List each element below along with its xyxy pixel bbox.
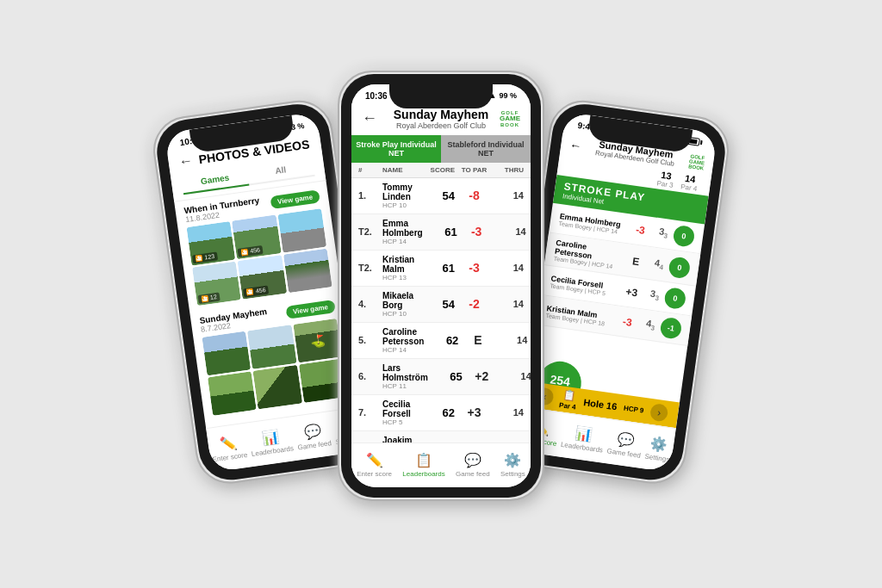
tab-stroke-play[interactable]: Stroke Play Individual NET (351, 135, 441, 163)
player-topar: -3 (455, 261, 494, 275)
player-name: Kristian Malm (382, 255, 420, 274)
score-circle: 0 (668, 255, 691, 278)
back-button-left[interactable]: ← (178, 152, 194, 170)
player-pos: 6. (358, 371, 382, 381)
player-name: Emma Holmberg (382, 219, 423, 238)
player-hcp: HCP 14 (382, 238, 423, 245)
nav-label: Leaderboards (251, 443, 294, 457)
nav-enter-score-center[interactable]: ✏️ Enter score (357, 452, 392, 478)
left-phone-screen: 10:36 93 % ← PHOTOS & VIDEOS (165, 111, 364, 472)
photo-thumb: ⛳ (293, 318, 342, 362)
view-game-btn-2[interactable]: View game (285, 300, 336, 319)
nav-settings-center[interactable]: ⚙️ Settings (500, 452, 525, 478)
score-topar: +3 (618, 284, 645, 300)
table-row: 5. Caroline PeterssonHCP 14 62 E 14 (351, 323, 531, 359)
score-circle: 0 (663, 287, 686, 310)
tab-stableford[interactable]: Stableford Individual NET (441, 135, 531, 163)
leaderboard-list: 1. Tommy LindenHCP 10 54 -8 14 T2. Emma … (351, 178, 531, 467)
player-score: 54 (420, 298, 455, 311)
player-name: Tommy Linden (382, 183, 420, 201)
player-thru: 14 (501, 371, 531, 381)
score-list: Emma Holmberg Team Bogey | HCP 14 -3 33 … (536, 202, 705, 345)
photo-grid-1: 🎦 123 🎦 456 🎦 12 (186, 208, 332, 306)
col-name: NAME (382, 166, 420, 174)
table-row: 4. Mikaela BorgHCP 10 54 -2 14 (351, 287, 531, 323)
center-game-title: Sunday Mayhem (362, 108, 520, 121)
phone-center: 10:36 ▲ 99 % ← Sunday Mayhem (338, 71, 544, 501)
player-hcp: HCP 5 (382, 418, 420, 426)
player-pos: T2. (358, 263, 382, 273)
enter-score-icon: ✏️ (366, 452, 383, 468)
nav-label: Game feed (297, 438, 332, 450)
player-hcp: HCP 14 (382, 346, 424, 354)
score-hole: 33 (652, 225, 674, 240)
nav-label: Game feed (606, 446, 641, 458)
nav-game-feed-right[interactable]: 💬 Game feed (606, 429, 643, 459)
player-score: 62 (424, 334, 458, 347)
leaderboards-icon: 📋 (415, 452, 432, 468)
score-circle: 0 (672, 224, 695, 247)
nav-label: Game feed (456, 470, 490, 478)
view-game-btn-1[interactable]: View game (270, 189, 320, 209)
settings-icon: ⚙️ (649, 434, 668, 453)
next-hole-button[interactable]: › (649, 402, 669, 422)
leaderboards-icon: 📊 (575, 424, 593, 443)
center-phone-screen: 10:36 ▲ 99 % ← Sunday Mayhem (351, 84, 531, 487)
notch-center (389, 84, 493, 108)
hole-bar-item-hcp: HCP 9 (624, 404, 644, 414)
back-button-center[interactable]: ← (362, 109, 377, 127)
score-hole: 43 (639, 317, 662, 332)
center-club: Royal Aberdeen Golf Club (362, 121, 520, 130)
col-score: SCORE (420, 166, 455, 174)
photo-thumb: 🎦 123 (186, 220, 235, 265)
leaderboard-tabs: Stroke Play Individual NET Stableford In… (351, 135, 531, 163)
player-name: Cecilia Forsell (382, 399, 420, 418)
tab-all[interactable]: All (246, 156, 314, 183)
leaderboards-icon: 📊 (261, 428, 280, 447)
photo-thumb (208, 371, 257, 416)
nav-leaderboards-center[interactable]: 📋 Leaderboards (402, 452, 444, 478)
photo-thumb (277, 208, 326, 253)
col-thru: THRU (494, 166, 524, 174)
player-score: 65 (428, 370, 463, 383)
photo-thumb (202, 331, 251, 375)
nav-enter-score-left[interactable]: ✏️ Enter score (209, 432, 248, 462)
score-topar: -3 (614, 314, 642, 330)
col-pos: # (358, 166, 382, 174)
logo-line3: BOOK (500, 122, 519, 127)
player-score: 61 (423, 226, 457, 238)
player-hcp: HCP 11 (382, 382, 428, 390)
back-button-right[interactable]: ← (568, 137, 582, 152)
photo-thumb: 🎦 456 (232, 214, 281, 259)
table-row: T2. Kristian MalmHCP 13 61 -3 14 (351, 251, 531, 287)
score-circle: -1 (659, 316, 682, 339)
player-pos: 4. (358, 299, 382, 309)
nav-leaderboards-right[interactable]: 📊 Leaderboards (560, 422, 606, 454)
nav-game-feed-left[interactable]: 💬 Game feed (295, 420, 332, 450)
player-topar: -3 (457, 225, 496, 238)
player-score: 62 (420, 406, 455, 419)
player-pos: 5. (358, 335, 382, 345)
score-hole: 33 (643, 288, 666, 303)
enter-score-icon: ✏️ (218, 433, 237, 452)
score-hole: 44 (648, 256, 670, 271)
center-header: ← Sunday Mayhem Royal Aberdeen Golf Club… (351, 104, 531, 135)
player-score: 54 (420, 189, 455, 202)
nav-settings-right[interactable]: ⚙️ Settings (644, 434, 673, 463)
tab-games[interactable]: Games (181, 165, 249, 194)
hole-bar-item-par: 📋 Par 4 (559, 388, 579, 411)
nav-label: Settings (500, 470, 525, 478)
time-center: 10:36 (365, 91, 388, 101)
table-row: 1. Tommy LindenHCP 10 54 -8 14 (351, 178, 531, 214)
photo-thumb: 🎦 456 (238, 255, 287, 300)
player-pos: T2. (358, 226, 382, 237)
photo-thumb: 🎦 12 (192, 261, 241, 306)
nav-leaderboards-left[interactable]: 📊 Leaderboards (248, 425, 294, 457)
player-pos: 1. (358, 190, 382, 201)
photo-thumb (283, 248, 332, 293)
photo-thumb (247, 325, 296, 369)
hole-col-14: 14 Par 4 (676, 171, 703, 193)
nav-game-feed-center[interactable]: 💬 Game feed (456, 452, 490, 478)
game-feed-icon: 💬 (303, 422, 322, 441)
settings-icon: ⚙️ (504, 452, 521, 468)
